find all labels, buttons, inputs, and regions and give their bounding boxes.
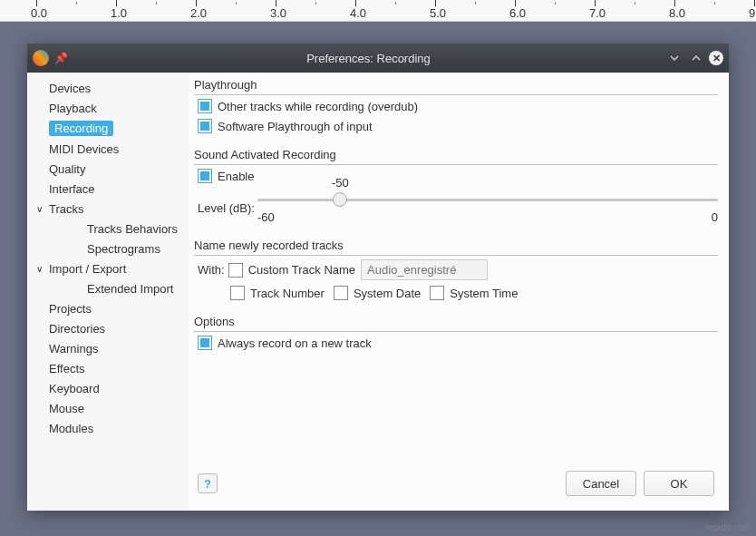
app-icon	[33, 50, 49, 66]
sidebar-item-label: Warnings	[49, 342, 98, 356]
sidebar-item-midi-devices[interactable]: MIDI Devices	[27, 139, 189, 159]
ok-button[interactable]: OK	[644, 471, 714, 496]
slider-value: -50	[332, 176, 349, 190]
cancel-button[interactable]: Cancel	[566, 471, 636, 496]
level-slider[interactable]	[257, 192, 718, 207]
sidebar-item-label: Import / Export	[49, 262, 126, 276]
sidebar-item-label: Interface	[49, 182, 95, 196]
sidebar-item-tracks-behaviors[interactable]: Tracks Behaviors	[27, 219, 189, 239]
sidebar-item-label: Modules	[49, 422, 93, 435]
sidebar-item-label: Quality	[49, 162, 85, 176]
group-naming: Name newly recorded tracks With: Custom …	[194, 239, 718, 306]
custom-track-name-input[interactable]	[361, 259, 488, 280]
with-label: With:	[198, 263, 225, 277]
sidebar-item-projects[interactable]: Projects	[27, 298, 189, 318]
checkbox-track-number[interactable]	[230, 286, 245, 300]
sidebar-item-label: Tracks	[49, 202, 84, 216]
sidebar-item-extended-import[interactable]: Extended Import	[27, 278, 189, 298]
chevron-down-icon[interactable]: ∨	[36, 264, 49, 274]
group-playthrough: Playthrough Other tracks while recording…	[194, 78, 718, 139]
chevron-down-icon[interactable]: ∨	[36, 204, 49, 214]
close-icon[interactable]: ✕	[709, 51, 723, 65]
sidebar-item-quality[interactable]: Quality	[27, 159, 189, 179]
checkbox-custom-track-name[interactable]	[228, 263, 243, 278]
label-always-new-track: Always record on a new track	[218, 336, 372, 350]
sidebar-item-label: Playback	[49, 102, 97, 115]
group-options: Options Always record on a new track	[194, 315, 718, 356]
sidebar-item-label: Mouse	[49, 402, 84, 415]
checkbox-overdub[interactable]	[198, 99, 212, 113]
group-title: Playthrough	[194, 78, 718, 93]
group-title: Sound Activated Recording	[194, 148, 718, 163]
main-panel: Playthrough Other tracks while recording…	[189, 73, 729, 511]
sidebar-item-mouse[interactable]: Mouse	[27, 398, 189, 418]
sidebar-item-label: Devices	[49, 82, 91, 95]
sidebar-item-label: Effects	[49, 362, 85, 375]
sidebar-item-devices[interactable]: Devices	[27, 78, 189, 98]
sidebar-item-directories[interactable]: Directories	[27, 318, 189, 338]
dialog-title: Preferences: Recording	[75, 52, 662, 65]
checkbox-system-time[interactable]	[430, 286, 444, 300]
label-software-playthrough: Software Playthrough of input	[218, 120, 373, 133]
sidebar-item-tracks[interactable]: ∨Tracks	[27, 199, 189, 219]
level-label: Level (dB):	[198, 201, 257, 215]
sidebar-item-modules[interactable]: Modules	[27, 418, 189, 438]
label-overdub: Other tracks while recording (overdub)	[218, 100, 418, 113]
checkbox-enable-sar[interactable]	[198, 169, 212, 183]
group-title: Options	[194, 315, 718, 330]
help-button[interactable]: ?	[198, 473, 218, 493]
checkbox-software-playthrough[interactable]	[198, 119, 212, 133]
group-sound-activated: Sound Activated Recording Enable Level (…	[194, 148, 718, 229]
sidebar-item-label: MIDI Devices	[49, 142, 119, 156]
group-title: Name newly recorded tracks	[194, 239, 718, 254]
sidebar-item-label: Extended Import	[87, 282, 173, 296]
sidebar-item-keyboard[interactable]: Keyboard	[27, 378, 189, 398]
label-system-time: System Time	[450, 287, 518, 300]
sidebar-item-playback[interactable]: Playback	[27, 98, 189, 118]
label-custom-track-name: Custom Track Name	[248, 263, 355, 277]
sidebar-item-spectrograms[interactable]: Spectrograms	[27, 239, 189, 258]
label-system-date: System Date	[354, 287, 421, 300]
slider-min: -60	[257, 210, 275, 224]
preferences-dialog: 📌 Preferences: Recording ✕ DevicesPlayba…	[27, 44, 729, 511]
pin-icon[interactable]: 📌	[54, 52, 68, 64]
sidebar-item-label: Projects	[49, 302, 92, 316]
sidebar-item-label: Keyboard	[49, 382, 100, 395]
sidebar-item-warnings[interactable]: Warnings	[27, 338, 189, 358]
checkbox-always-new-track[interactable]	[198, 336, 212, 350]
slider-max: 0	[712, 210, 718, 224]
sidebar-item-label: Directories	[49, 322, 105, 336]
watermark: wsxdn.com	[705, 522, 751, 532]
label-enable-sar: Enable	[218, 170, 254, 183]
sidebar-item-recording[interactable]: Recording	[27, 118, 189, 139]
sidebar-item-label: Recording	[49, 121, 113, 136]
sidebar-item-label: Tracks Behaviors	[87, 222, 178, 236]
maximize-icon[interactable]	[687, 49, 705, 67]
ruler: 0.01.02.03.04.05.06.07.08.09.0	[0, 0, 756, 22]
sidebar: DevicesPlaybackRecordingMIDI DevicesQual…	[27, 73, 189, 511]
titlebar[interactable]: 📌 Preferences: Recording ✕	[27, 44, 729, 73]
sidebar-item-interface[interactable]: Interface	[27, 179, 189, 199]
sidebar-item-label: Spectrograms	[87, 242, 160, 256]
label-track-number: Track Number	[250, 287, 325, 300]
minimize-icon[interactable]	[665, 49, 683, 67]
dialog-footer: ? Cancel OK	[194, 463, 718, 500]
sidebar-item-effects[interactable]: Effects	[27, 358, 189, 378]
checkbox-system-date[interactable]	[334, 286, 348, 300]
sidebar-item-import-export[interactable]: ∨Import / Export	[27, 258, 189, 278]
